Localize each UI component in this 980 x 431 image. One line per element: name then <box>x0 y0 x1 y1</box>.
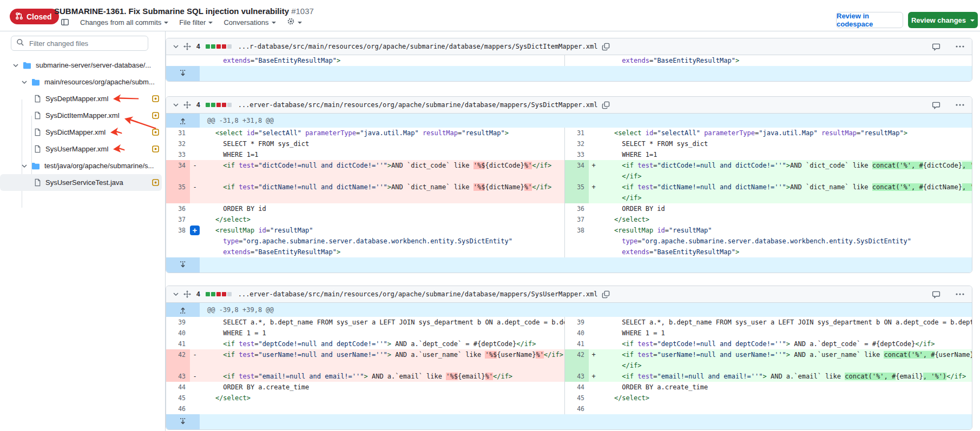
kebab-menu-icon[interactable] <box>956 45 964 48</box>
line-number[interactable]: 42 <box>565 349 589 371</box>
code-cell[interactable]: WHERE 1 = 1 <box>598 328 972 339</box>
code-line[interactable]: <if test="userName!=null and userName!='… <box>598 349 972 360</box>
line-number[interactable]: 38 <box>166 225 190 257</box>
tree-file-sysdictmapper-xml[interactable]: SysDictMapper.xml <box>0 124 162 141</box>
code-cell[interactable]: <if test="dictName!=null and dictName!='… <box>200 182 564 203</box>
line-number[interactable]: 45 <box>166 393 190 403</box>
code-cell[interactable]: </select> <box>200 214 564 225</box>
expand-up-button[interactable] <box>166 303 200 317</box>
copy-path-icon[interactable] <box>602 43 610 51</box>
code-line[interactable]: WHERE 1=1 <box>200 149 564 160</box>
code-cell[interactable]: </select> <box>598 393 972 403</box>
tree-file-sysuserservicetest-java[interactable]: SysUserServiceTest.java <box>0 174 162 191</box>
expand-up-button[interactable] <box>166 114 200 128</box>
diff-settings-menu[interactable] <box>287 17 302 27</box>
code-line[interactable]: <if test="deptCode!=null and deptCode!='… <box>598 339 972 349</box>
line-number[interactable]: 41 <box>166 339 190 349</box>
chevron-down-icon[interactable] <box>12 62 19 69</box>
line-number[interactable] <box>166 55 190 66</box>
code-line[interactable]: ORDER BY id <box>200 203 564 214</box>
code-line[interactable]: SELECT a.*, b.dept_name FROM sys_user a … <box>200 317 564 328</box>
code-line[interactable]: ORDER BY id <box>598 203 972 214</box>
code-cell[interactable]: <if test="userName!=null and userName!='… <box>200 349 564 371</box>
code-line[interactable]: <resultMap id="resultMap" <box>598 225 972 236</box>
line-number[interactable]: 45 <box>565 393 589 403</box>
code-line[interactable]: WHERE 1 = 1 <box>598 328 972 339</box>
line-number[interactable]: 33 <box>565 149 589 160</box>
code-line[interactable]: type="org.apache.submarine.server.databa… <box>598 236 972 247</box>
code-cell[interactable]: WHERE 1=1 <box>598 149 972 160</box>
code-line[interactable]: WHERE 1 = 1 <box>200 328 564 339</box>
code-cell[interactable]: SELECT * FROM sys_dict <box>200 138 564 149</box>
code-cell[interactable]: </select> <box>200 393 564 403</box>
code-line[interactable] <box>598 403 972 414</box>
line-number[interactable]: 46 <box>166 403 190 414</box>
code-cell[interactable] <box>200 403 564 414</box>
line-number[interactable]: 32 <box>166 138 190 149</box>
code-line[interactable]: </if> <box>598 171 972 182</box>
review-in-codespace-button[interactable]: Review in codespace <box>836 12 903 28</box>
code-line[interactable]: </if> <box>598 360 972 371</box>
drag-handle-icon[interactable] <box>183 101 191 109</box>
code-line[interactable]: <if test="email!=null and email!=''"> AN… <box>200 371 564 382</box>
kebab-menu-icon[interactable] <box>956 104 964 106</box>
code-line[interactable]: </select> <box>200 393 564 403</box>
tree-folder-main-resources-org-apache-subm-[interactable]: main/resources/org/apache/subm... <box>0 74 162 90</box>
code-line[interactable]: </select> <box>598 214 972 225</box>
expand-down-button[interactable] <box>166 257 200 273</box>
line-number[interactable]: 34 <box>166 160 190 182</box>
code-cell[interactable]: <if test="dictCode!=null and dictCode!='… <box>598 160 972 182</box>
code-cell[interactable]: </select> <box>598 214 972 225</box>
code-line[interactable]: type="org.apache.submarine.server.databa… <box>200 236 564 247</box>
code-cell[interactable]: <resultMap id="resultMap" type="org.apac… <box>598 225 972 257</box>
code-line[interactable]: <if test="userName!=null and userName!='… <box>200 349 564 360</box>
line-number[interactable]: 33 <box>166 149 190 160</box>
drag-handle-icon[interactable] <box>183 43 191 50</box>
line-number[interactable]: 37 <box>166 214 190 225</box>
line-number[interactable]: 35 <box>166 182 190 203</box>
code-line[interactable]: WHERE 1=1 <box>598 149 972 160</box>
filter-changed-files-input[interactable] <box>28 39 143 48</box>
comment-icon[interactable] <box>932 290 940 299</box>
line-number[interactable]: 31 <box>166 128 190 138</box>
tree-file-sysusermapper-xml[interactable]: SysUserMapper.xml <box>0 141 162 157</box>
line-number[interactable]: 36 <box>166 203 190 214</box>
tree-folder-test-java-org-apache-submarine-s-[interactable]: test/java/org/apache/submarine/s... <box>0 157 162 174</box>
line-number[interactable]: 40 <box>565 328 589 339</box>
line-number[interactable]: 37 <box>565 214 589 225</box>
tree-folder-submarine-server-server-database-[interactable]: submarine-server/server-database/... <box>0 57 162 74</box>
code-cell[interactable]: <if test="email!=null and email!=''"> AN… <box>200 371 564 382</box>
line-number[interactable]: 43 <box>166 371 190 382</box>
code-line[interactable]: <if test="dictCode!=null and dictCode!='… <box>598 160 972 171</box>
line-number[interactable]: 41 <box>565 339 589 349</box>
chevron-down-icon[interactable] <box>21 79 28 85</box>
code-cell[interactable]: WHERE 1 = 1 <box>200 328 564 339</box>
code-cell[interactable] <box>598 403 972 414</box>
code-line[interactable]: <if test="email!=null and email!=''"> AN… <box>598 371 972 382</box>
code-line[interactable]: extends="BaseEntityResultMap"> <box>598 55 972 66</box>
code-line[interactable]: ORDER BY a.create_time <box>200 382 564 393</box>
commits-menu[interactable]: Changes from all commits <box>80 18 168 26</box>
code-cell[interactable]: ORDER BY a.create_time <box>200 382 564 393</box>
collapse-file-chevron-icon[interactable] <box>173 291 179 297</box>
code-line[interactable]: extends="BaseEntityResultMap"> <box>200 55 564 66</box>
code-cell[interactable]: <select id="selectAll" parameterType="ja… <box>200 128 564 138</box>
code-cell[interactable]: SELECT * FROM sys_dict <box>598 138 972 149</box>
copy-path-icon[interactable] <box>602 101 610 109</box>
code-cell[interactable]: <if test="dictName!=null and dictName!='… <box>598 182 972 203</box>
code-line[interactable]: extends="BaseEntityResultMap"> <box>598 247 972 257</box>
code-cell[interactable]: ORDER BY a.create_time <box>598 382 972 393</box>
line-number[interactable]: 38 <box>565 225 589 257</box>
conversations-menu[interactable]: Conversations <box>223 18 275 26</box>
tree-file-sysdictitemmapper-xml[interactable]: SysDictItemMapper.xml <box>0 107 162 124</box>
code-line[interactable]: <if test="deptCode!=null and deptCode!='… <box>200 339 564 349</box>
code-cell[interactable]: <if test="userName!=null and userName!='… <box>598 349 972 371</box>
code-line[interactable]: SELECT * FROM sys_dict <box>598 138 972 149</box>
line-number[interactable]: 39 <box>166 317 190 328</box>
code-line[interactable]: </select> <box>598 393 972 403</box>
code-line[interactable]: <select id="selectAll" parameterType="ja… <box>200 128 564 138</box>
line-number[interactable]: 43 <box>565 371 589 382</box>
code-line[interactable]: <resultMap id="resultMap" <box>200 225 564 236</box>
line-number[interactable]: 42 <box>166 349 190 371</box>
chevron-down-icon[interactable] <box>21 163 28 169</box>
